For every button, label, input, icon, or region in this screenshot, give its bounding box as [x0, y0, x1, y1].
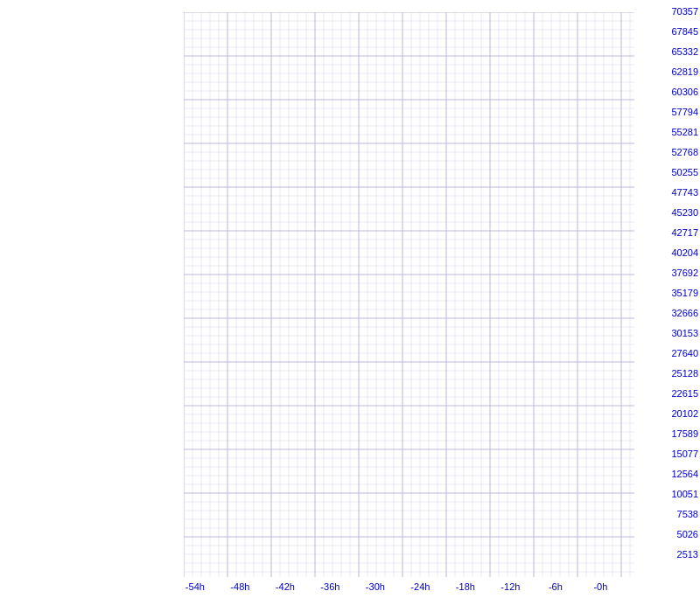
y-axis-labels: 7035767845653326281960306577945528152768…: [634, 0, 700, 577]
x-axis-value: -54h: [186, 581, 205, 592]
y-axis-value: 62819: [671, 66, 698, 77]
x-axis-value: -48h: [230, 581, 249, 592]
y-axis-value: 35179: [671, 288, 698, 298]
y-axis-value: 45230: [671, 207, 698, 218]
y-axis-value: 40204: [671, 247, 698, 258]
y-axis-value: 20102: [671, 408, 698, 419]
y-axis-value: 10051: [671, 489, 698, 499]
y-axis-value: 70357: [671, 6, 698, 17]
svg-rect-0: [184, 12, 634, 577]
y-axis-value: 30153: [671, 328, 698, 338]
grid-svg: [184, 12, 634, 577]
chart-grid: [184, 12, 634, 577]
y-axis-value: 7538: [677, 509, 698, 519]
x-axis-value: -42h: [276, 581, 295, 592]
x-axis-value: -24h: [410, 581, 430, 592]
y-axis-value: 37692: [671, 268, 698, 278]
y-axis-value: 27640: [671, 348, 698, 358]
x-axis-value: -36h: [320, 581, 340, 592]
y-axis-value: 52768: [671, 147, 698, 157]
y-axis-value: 22615: [671, 388, 698, 399]
y-axis-value: 5026: [677, 529, 698, 539]
x-axis-value: -12h: [500, 581, 520, 592]
x-axis-value: -0h: [593, 581, 607, 592]
y-axis-value: 67845: [671, 26, 698, 37]
y-axis-value: 32666: [671, 308, 698, 318]
y-axis-value: 47743: [671, 187, 698, 198]
y-axis-value: 2513: [677, 549, 698, 560]
y-axis-value: 60306: [671, 87, 698, 97]
x-axis-labels: -54h-48h-42h-36h-30h-24h-18h-12h-6h-0h: [184, 577, 634, 596]
y-axis-value: 55281: [671, 127, 698, 137]
y-axis-value: 65332: [671, 46, 698, 57]
app: 7035767845653326281960306577945528152768…: [0, 0, 700, 612]
x-axis-value: -18h: [456, 581, 475, 592]
y-axis-value: 12564: [671, 469, 698, 479]
x-axis-value: -30h: [366, 581, 385, 592]
y-axis-value: 15077: [671, 449, 698, 459]
y-axis-value: 42717: [671, 227, 698, 238]
y-axis-value: 50255: [671, 167, 698, 177]
y-axis-value: 57794: [671, 107, 698, 117]
y-axis-value: 25128: [671, 368, 698, 379]
y-axis-value: 17589: [671, 428, 698, 439]
x-axis-value: -6h: [549, 581, 563, 592]
